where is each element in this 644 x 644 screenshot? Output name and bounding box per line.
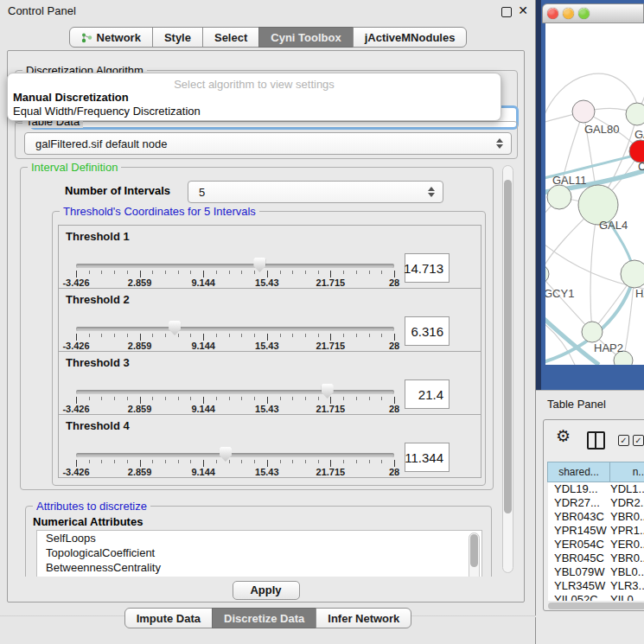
tick-mark [280,460,281,463]
attributes-list-scrollbar[interactable] [469,532,480,577]
zoom-button[interactable] [578,8,590,19]
threshold-label: Threshold 2 [66,293,130,306]
network-node[interactable] [626,103,644,125]
apply-button[interactable]: Apply [233,581,300,600]
tick-mark [369,334,370,337]
minimize-button[interactable] [563,8,574,19]
tab-jactivemnodules[interactable]: jActiveMNodules [353,27,468,48]
float-icon[interactable] [501,7,512,17]
tick-mark [280,271,281,274]
scrollbar-thumb[interactable] [504,180,512,513]
slider-track[interactable] [76,453,394,457]
tab-impute-data[interactable]: Impute Data [124,608,213,628]
tick-mark [89,334,90,337]
table-row[interactable]: YBR045CYBR0... [548,552,644,565]
bottom-tab-bar: Impute DataDiscretize DataInfer Network [0,608,536,628]
gear-icon[interactable]: ⚙ [556,426,571,445]
table-cell: YLR3... [610,579,644,593]
network-window-frame: GAL80GAGAL11CGAL4GCY1HAHAP2 [536,0,644,390]
dropdown-item[interactable]: Manual Discretization [13,91,129,104]
app-root: Control Panel ✕ NetworkStyleSelectCyni T… [0,0,644,644]
table-row[interactable]: YDL19...YDL1... [548,482,644,496]
tick-mark [305,460,306,463]
threshold-slider[interactable]: -3.4262.8599.14415.4321.71528 [76,257,394,288]
table-horizontal-scrollbar[interactable] [548,603,644,609]
slider-track[interactable] [76,264,394,268]
network-node[interactable] [582,322,603,342]
close-button[interactable] [547,8,558,19]
network-node[interactable] [547,185,571,209]
slider-track[interactable] [76,390,394,394]
network-canvas[interactable]: GAL80GAGAL11CGAL4GCY1HAHAP2 [545,23,644,365]
tab-infer-network[interactable]: Infer Network [316,608,411,628]
threshold-label: Threshold 4 [66,419,130,432]
tab-style[interactable]: Style [152,27,203,48]
tick-mark [394,460,395,467]
network-node[interactable] [545,265,549,284]
table-cell: YIL052C [548,593,610,601]
thresholds-group: Threshold's Coordinates for 5 Intervals … [52,211,486,486]
tick-label: 28 [389,467,399,477]
tick-mark [203,334,204,341]
tab-label: Style [164,31,191,44]
tick-label: 2.859 [128,404,152,414]
table-row[interactable]: YBL079WYBL0... [548,565,644,579]
close-icon[interactable]: ✕ [518,3,528,17]
table-row[interactable]: YPR145WYPR1... [548,524,644,538]
tick-mark [318,271,319,274]
tick-mark [254,460,255,463]
table-row[interactable]: YER054CYER0... [548,538,644,552]
table-row[interactable]: YDR27...YDR2... [548,496,644,510]
scrollbar-thumb[interactable] [548,603,644,609]
table-row[interactable]: YBR043CYBR0... [548,510,644,524]
tick-mark [114,460,115,463]
tick-mark [76,334,77,341]
scrollbar-thumb[interactable] [470,534,478,567]
threshold-value-field[interactable]: 21.4 [405,379,450,409]
threshold-slider[interactable]: -3.4262.8599.14415.4321.71528 [76,383,394,414]
tick-label: -3.426 [62,341,89,351]
threshold-slider[interactable]: -3.4262.8599.14415.4321.71528 [76,320,394,351]
table-row[interactable]: YIL052CYIL0... [548,593,644,601]
number-of-intervals-combobox[interactable]: 5 [188,181,443,203]
list-item[interactable]: TopologicalCoefficient [37,545,481,560]
tick-mark [369,271,370,274]
tab-network[interactable]: Network [69,27,153,48]
table-cell: YBR045C [548,552,610,565]
column-header[interactable]: n... [609,462,644,482]
checkbox-checked-icon[interactable]: ✓ [618,435,629,446]
split-columns-icon[interactable] [587,431,605,450]
list-item[interactable]: BetweennessCentrality [37,560,481,575]
network-edge[interactable] [545,274,592,332]
combo-arrows-icon [428,187,435,197]
dropdown-item[interactable]: Equal Width/Frequency Discretization [13,105,201,118]
tick-mark [330,334,331,341]
table-data-combobox[interactable]: galFiltered.sif default node [24,132,512,155]
column-header[interactable]: shared... [547,462,610,482]
attributes-listbox[interactable]: SelfLoopsTopologicalCoefficientBetweenne… [36,530,482,577]
tick-mark [343,334,344,337]
tab-discretize-data[interactable]: Discretize Data [212,608,316,628]
threshold-value-field[interactable]: 6.316 [405,316,450,346]
list-item[interactable]: SelfLoops [37,531,481,545]
threshold-slider[interactable]: -3.4262.8599.14415.4321.71528 [76,446,394,477]
threshold-value-field[interactable]: 11.344 [405,443,450,472]
tick-mark [178,334,179,337]
dropdown-hint: Select algorithm to view settings [8,78,501,91]
tab-select[interactable]: Select [202,27,259,48]
network-node-label: GA [634,128,644,141]
tab-cyni-toolbox[interactable]: Cyni Toolbox [258,27,353,48]
tick-label: 21.715 [316,277,346,288]
network-node[interactable] [621,260,644,288]
table-row[interactable]: YLR345WYLR3... [548,579,644,593]
checkbox-checked-icon[interactable]: ✓ [633,435,644,446]
tick-mark [254,334,255,337]
tick-mark [356,271,357,274]
table-cell: YBR043C [548,510,610,524]
slider-track[interactable] [76,327,394,331]
tick-mark [203,460,204,467]
control-panel-titlebar: Control Panel ✕ [0,0,536,22]
threshold-value-field[interactable]: 14.713 [405,253,450,283]
settings-vertical-scrollbar[interactable] [502,165,513,573]
network-node[interactable] [572,100,595,123]
